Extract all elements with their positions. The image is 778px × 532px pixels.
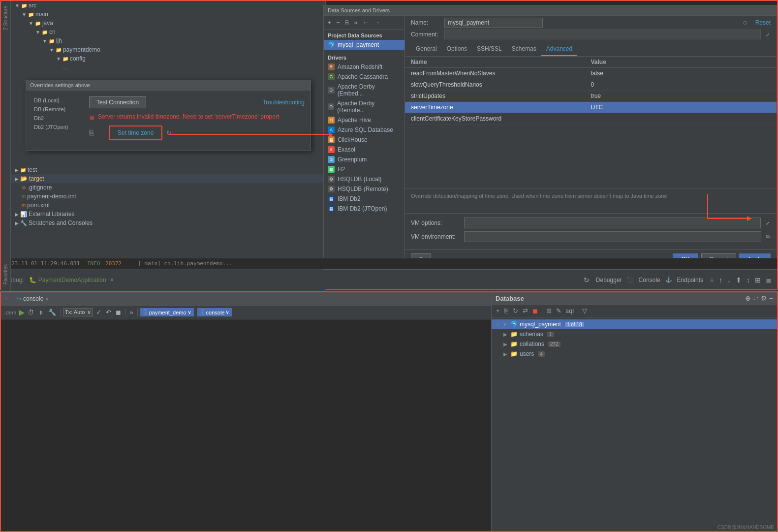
db-refresh-button[interactable]: ↻ [511, 307, 520, 315]
db-tree-collations[interactable]: ▶ 📁 collations 272 [492, 339, 777, 349]
tree-item-java[interactable]: ▼ 📁 java [11, 19, 325, 28]
radio-circle[interactable]: ○ [743, 18, 747, 27]
payment-demo-dropdown[interactable]: 🗄 payment_demo ∨ [140, 308, 194, 316]
driver-exasol[interactable]: ✕ Exasol [324, 145, 405, 155]
driver-apache-derby-remote[interactable]: D Apache Derby (Remote... [324, 98, 405, 115]
db2-jtopen-item[interactable]: Db2 (JTOpen) [32, 123, 81, 131]
db-sql-button[interactable]: sql [564, 307, 576, 315]
tx-dropdown[interactable]: Tx: Auto ∨ [63, 308, 93, 316]
tree-item-config[interactable]: ▼ 📁 config [11, 54, 325, 63]
db-copy-button[interactable]: ⎘ [503, 307, 510, 315]
debug-step-icon[interactable]: ↕ [745, 275, 751, 285]
db-globe-button[interactable]: ⊕ [745, 294, 751, 302]
debug-up-icon[interactable]: ↑ [717, 275, 724, 285]
add-datasource-button[interactable]: + [326, 18, 334, 27]
remove-datasource-button[interactable]: − [335, 18, 342, 27]
tab-ssh-ssl[interactable]: SSH/SSL [472, 42, 507, 56]
tab-general[interactable]: General [411, 42, 442, 56]
debug-app-name[interactable]: PaymentDemoApplication [38, 277, 106, 283]
vm-options-expand-button[interactable]: ⤢ [765, 220, 771, 226]
db-sync-button[interactable]: ⇄ [521, 307, 529, 315]
driver-hsqldb-local[interactable]: ⚙ HSQLDB (Local) [324, 174, 405, 184]
db2-item[interactable]: Db2 [32, 114, 81, 122]
prop-row-slowquery[interactable]: slowQueryThresholdNanos 0 [405, 79, 777, 91]
forward-button[interactable]: → [372, 18, 382, 27]
console-dropdown[interactable]: 🗄 console ∨ [197, 308, 232, 316]
db-tree-root[interactable]: ✓ ▼ 🐬 mysql_payment 1 of 18 [492, 319, 777, 329]
db-close-button[interactable]: − [769, 294, 773, 302]
db-local-item[interactable]: DB (Local) [32, 96, 81, 104]
tree-item-target[interactable]: ▶ 📂 target [11, 174, 325, 183]
stop-button[interactable]: ◼ [114, 308, 123, 316]
tree-item-cn[interactable]: ▼ 📁 cn [11, 28, 325, 36]
refresh-debug-button[interactable]: ↻ [582, 275, 591, 285]
back-button[interactable]: ← [360, 18, 371, 27]
tree-item-ellipsis[interactable]: ... [11, 63, 325, 72]
comment-expand-button[interactable]: ⤢ [765, 32, 771, 37]
driver-apache-hive[interactable]: H Apache Hive [324, 115, 405, 125]
favorites-bar[interactable]: Favorites [1, 48, 11, 289]
tree-item-test[interactable]: ▶ 📁 test [11, 165, 325, 174]
driver-amazon-redshift[interactable]: R Amazon Redshift [324, 62, 405, 72]
wrench-button[interactable]: 🔧 [47, 308, 58, 316]
tree-item-main[interactable]: ▼ 📁 main [11, 10, 325, 19]
tree-item-pom-xml[interactable]: m pom.xml [11, 201, 325, 210]
prop-row-servertimezone[interactable]: serverTimezone UTC [405, 102, 777, 113]
driver-azure-sql[interactable]: A Azure SQL Database [324, 125, 405, 135]
vm-env-input[interactable] [464, 231, 761, 242]
console-tab[interactable]: ↪ console × [13, 294, 51, 303]
db-split-button[interactable]: ⇌ [753, 294, 759, 302]
troubleshooting-button[interactable]: Troubleshooting [262, 99, 305, 106]
tab-debugger[interactable]: Debugger [593, 276, 625, 284]
tab-options[interactable]: Options [442, 42, 472, 56]
db-filter-button[interactable]: ▽ [581, 307, 589, 315]
db-settings-button[interactable]: ⚙ [761, 294, 767, 302]
driver-h2[interactable]: ▦ H2 [324, 164, 405, 174]
vm-env-expand-button[interactable]: ⧉ [765, 234, 771, 240]
db-tree-users[interactable]: ▶ 📁 users 4 [492, 349, 777, 359]
undo-button[interactable]: ↶ [104, 308, 113, 316]
prop-row-readfrommaster[interactable]: readFromMasterWhenNoSlaves false [405, 68, 777, 79]
tab-advanced[interactable]: Advanced [541, 42, 577, 56]
tree-item-external-libs[interactable]: ▶ 📊 External Libraries [11, 210, 325, 219]
tree-item-payment-demo-iml[interactable]: m payment-demo.iml [11, 192, 325, 201]
debug-upload-icon[interactable]: ⬆ [734, 275, 743, 285]
run-button[interactable]: ▶ [19, 308, 25, 317]
driver-hsqldb-remote[interactable]: ⚙ HSQLDB (Remote) [324, 184, 405, 194]
tree-item-ljh[interactable]: ▼ 📁 ljh [11, 36, 325, 45]
debug-settings-icon[interactable]: ≣ [764, 275, 773, 285]
debug-close-icon[interactable]: × [110, 277, 114, 283]
driver-greenplum[interactable]: G Greenplum [324, 155, 405, 164]
name-input[interactable] [444, 18, 543, 28]
more-actions-button[interactable]: » [352, 18, 359, 27]
set-timezone-button[interactable]: Set time zone [109, 125, 162, 140]
test-connection-button[interactable]: Test Connection [89, 96, 146, 108]
tab-schemas[interactable]: Schemas [507, 42, 541, 56]
console-tab-close[interactable]: × [45, 296, 48, 302]
driver-apache-cassandra[interactable]: C Apache Cassandra [324, 72, 405, 82]
db-stop-button[interactable]: ◼ [531, 307, 539, 315]
db-tree-schemas[interactable]: ▶ 📁 schemas 1 [492, 329, 777, 339]
db-remote-item[interactable]: DB (Remote) [32, 105, 81, 113]
driver-ibm-db2-jtopen[interactable]: ▦ IBM Db2 (JTOpen) [324, 204, 405, 214]
tree-item-gitignore[interactable]: ⚙ .gitignore [11, 183, 325, 192]
debug-grid-icon[interactable]: ⊞ [753, 275, 762, 285]
comment-input[interactable] [444, 30, 761, 39]
driver-clickhouse[interactable]: ▦ ClickHouse [324, 135, 405, 145]
debug-down-icon[interactable]: ↓ [726, 275, 732, 285]
driver-apache-derby-embed[interactable]: D Apache Derby (Embed... [324, 82, 405, 98]
copy-datasource-button[interactable]: ⎘ [343, 18, 351, 27]
check-button[interactable]: ✓ [94, 308, 103, 316]
db-grid-button[interactable]: ⊞ [545, 307, 553, 315]
mysql-payment-source[interactable]: 🐬 mysql_payment [324, 40, 405, 50]
tree-item-src[interactable]: ▼ 📁 src [11, 1, 325, 10]
tree-item-paymentdemo[interactable]: ▼ 📁 paymentdemo [11, 45, 325, 54]
driver-ibm-db2[interactable]: ▦ IBM Db2 [324, 194, 405, 204]
reset-button[interactable]: Reset [755, 19, 771, 26]
minus-icon[interactable]: − [5, 295, 8, 302]
more-button[interactable]: » [128, 308, 134, 316]
tree-item-scratches[interactable]: ▶ 🔧 Scratches and Consoles [11, 219, 325, 227]
db-add-button[interactable]: + [495, 307, 501, 315]
prop-row-certpassword[interactable]: clientCertificateKeyStorePassword [405, 113, 777, 125]
tab-console[interactable]: Console [636, 276, 663, 284]
